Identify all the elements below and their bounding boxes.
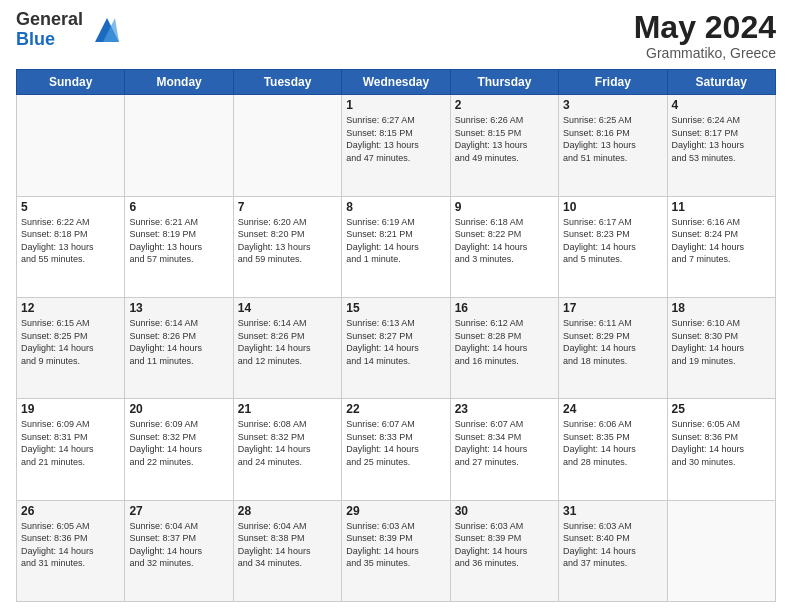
day-number: 3	[563, 98, 662, 112]
calendar-cell	[125, 95, 233, 196]
day-info: Sunrise: 6:22 AM Sunset: 8:18 PM Dayligh…	[21, 216, 120, 266]
calendar-cell: 16Sunrise: 6:12 AM Sunset: 8:28 PM Dayli…	[450, 297, 558, 398]
calendar-cell: 22Sunrise: 6:07 AM Sunset: 8:33 PM Dayli…	[342, 399, 450, 500]
day-info: Sunrise: 6:04 AM Sunset: 8:38 PM Dayligh…	[238, 520, 337, 570]
day-info: Sunrise: 6:20 AM Sunset: 8:20 PM Dayligh…	[238, 216, 337, 266]
calendar-week-row: 26Sunrise: 6:05 AM Sunset: 8:36 PM Dayli…	[17, 500, 776, 601]
calendar-cell: 20Sunrise: 6:09 AM Sunset: 8:32 PM Dayli…	[125, 399, 233, 500]
calendar-cell: 24Sunrise: 6:06 AM Sunset: 8:35 PM Dayli…	[559, 399, 667, 500]
day-info: Sunrise: 6:03 AM Sunset: 8:39 PM Dayligh…	[346, 520, 445, 570]
day-info: Sunrise: 6:21 AM Sunset: 8:19 PM Dayligh…	[129, 216, 228, 266]
calendar-cell	[667, 500, 775, 601]
weekday-header: Friday	[559, 70, 667, 95]
logo: General Blue	[16, 10, 119, 50]
day-info: Sunrise: 6:09 AM Sunset: 8:31 PM Dayligh…	[21, 418, 120, 468]
logo-blue: Blue	[16, 30, 83, 50]
day-info: Sunrise: 6:10 AM Sunset: 8:30 PM Dayligh…	[672, 317, 771, 367]
weekday-header: Saturday	[667, 70, 775, 95]
weekday-header: Monday	[125, 70, 233, 95]
calendar-cell: 30Sunrise: 6:03 AM Sunset: 8:39 PM Dayli…	[450, 500, 558, 601]
logo-general: General	[16, 10, 83, 30]
calendar-week-row: 1Sunrise: 6:27 AM Sunset: 8:15 PM Daylig…	[17, 95, 776, 196]
day-number: 26	[21, 504, 120, 518]
day-number: 1	[346, 98, 445, 112]
day-number: 12	[21, 301, 120, 315]
day-number: 25	[672, 402, 771, 416]
day-info: Sunrise: 6:08 AM Sunset: 8:32 PM Dayligh…	[238, 418, 337, 468]
day-number: 4	[672, 98, 771, 112]
day-number: 2	[455, 98, 554, 112]
day-number: 7	[238, 200, 337, 214]
calendar-cell: 2Sunrise: 6:26 AM Sunset: 8:15 PM Daylig…	[450, 95, 558, 196]
day-number: 23	[455, 402, 554, 416]
calendar-cell: 25Sunrise: 6:05 AM Sunset: 8:36 PM Dayli…	[667, 399, 775, 500]
day-info: Sunrise: 6:25 AM Sunset: 8:16 PM Dayligh…	[563, 114, 662, 164]
day-number: 10	[563, 200, 662, 214]
weekday-header: Sunday	[17, 70, 125, 95]
calendar-cell: 6Sunrise: 6:21 AM Sunset: 8:19 PM Daylig…	[125, 196, 233, 297]
day-info: Sunrise: 6:07 AM Sunset: 8:34 PM Dayligh…	[455, 418, 554, 468]
calendar-cell: 10Sunrise: 6:17 AM Sunset: 8:23 PM Dayli…	[559, 196, 667, 297]
day-info: Sunrise: 6:03 AM Sunset: 8:39 PM Dayligh…	[455, 520, 554, 570]
calendar-cell: 23Sunrise: 6:07 AM Sunset: 8:34 PM Dayli…	[450, 399, 558, 500]
day-number: 30	[455, 504, 554, 518]
day-number: 19	[21, 402, 120, 416]
calendar-header-row: SundayMondayTuesdayWednesdayThursdayFrid…	[17, 70, 776, 95]
day-info: Sunrise: 6:24 AM Sunset: 8:17 PM Dayligh…	[672, 114, 771, 164]
day-number: 24	[563, 402, 662, 416]
calendar-cell: 13Sunrise: 6:14 AM Sunset: 8:26 PM Dayli…	[125, 297, 233, 398]
calendar-cell: 7Sunrise: 6:20 AM Sunset: 8:20 PM Daylig…	[233, 196, 341, 297]
day-info: Sunrise: 6:19 AM Sunset: 8:21 PM Dayligh…	[346, 216, 445, 266]
calendar-cell: 8Sunrise: 6:19 AM Sunset: 8:21 PM Daylig…	[342, 196, 450, 297]
page: General Blue May 2024 Grammatiko, Greece…	[0, 0, 792, 612]
calendar-cell: 4Sunrise: 6:24 AM Sunset: 8:17 PM Daylig…	[667, 95, 775, 196]
day-info: Sunrise: 6:12 AM Sunset: 8:28 PM Dayligh…	[455, 317, 554, 367]
calendar-cell: 3Sunrise: 6:25 AM Sunset: 8:16 PM Daylig…	[559, 95, 667, 196]
day-number: 13	[129, 301, 228, 315]
day-info: Sunrise: 6:06 AM Sunset: 8:35 PM Dayligh…	[563, 418, 662, 468]
day-info: Sunrise: 6:27 AM Sunset: 8:15 PM Dayligh…	[346, 114, 445, 164]
day-info: Sunrise: 6:07 AM Sunset: 8:33 PM Dayligh…	[346, 418, 445, 468]
calendar-cell: 19Sunrise: 6:09 AM Sunset: 8:31 PM Dayli…	[17, 399, 125, 500]
day-info: Sunrise: 6:11 AM Sunset: 8:29 PM Dayligh…	[563, 317, 662, 367]
day-info: Sunrise: 6:18 AM Sunset: 8:22 PM Dayligh…	[455, 216, 554, 266]
calendar-cell: 17Sunrise: 6:11 AM Sunset: 8:29 PM Dayli…	[559, 297, 667, 398]
day-info: Sunrise: 6:26 AM Sunset: 8:15 PM Dayligh…	[455, 114, 554, 164]
day-info: Sunrise: 6:05 AM Sunset: 8:36 PM Dayligh…	[21, 520, 120, 570]
day-info: Sunrise: 6:03 AM Sunset: 8:40 PM Dayligh…	[563, 520, 662, 570]
day-number: 20	[129, 402, 228, 416]
calendar-cell: 14Sunrise: 6:14 AM Sunset: 8:26 PM Dayli…	[233, 297, 341, 398]
day-number: 31	[563, 504, 662, 518]
calendar-cell: 9Sunrise: 6:18 AM Sunset: 8:22 PM Daylig…	[450, 196, 558, 297]
logo-icon	[87, 14, 119, 46]
day-number: 5	[21, 200, 120, 214]
day-number: 15	[346, 301, 445, 315]
calendar-table: SundayMondayTuesdayWednesdayThursdayFrid…	[16, 69, 776, 602]
day-number: 9	[455, 200, 554, 214]
calendar-cell: 5Sunrise: 6:22 AM Sunset: 8:18 PM Daylig…	[17, 196, 125, 297]
day-number: 8	[346, 200, 445, 214]
day-info: Sunrise: 6:04 AM Sunset: 8:37 PM Dayligh…	[129, 520, 228, 570]
logo-text: General Blue	[16, 10, 83, 50]
calendar-cell: 28Sunrise: 6:04 AM Sunset: 8:38 PM Dayli…	[233, 500, 341, 601]
calendar-cell: 31Sunrise: 6:03 AM Sunset: 8:40 PM Dayli…	[559, 500, 667, 601]
calendar-cell	[17, 95, 125, 196]
calendar-cell: 11Sunrise: 6:16 AM Sunset: 8:24 PM Dayli…	[667, 196, 775, 297]
day-info: Sunrise: 6:16 AM Sunset: 8:24 PM Dayligh…	[672, 216, 771, 266]
day-info: Sunrise: 6:09 AM Sunset: 8:32 PM Dayligh…	[129, 418, 228, 468]
calendar-week-row: 19Sunrise: 6:09 AM Sunset: 8:31 PM Dayli…	[17, 399, 776, 500]
day-number: 14	[238, 301, 337, 315]
calendar-cell: 26Sunrise: 6:05 AM Sunset: 8:36 PM Dayli…	[17, 500, 125, 601]
day-number: 22	[346, 402, 445, 416]
day-number: 27	[129, 504, 228, 518]
day-info: Sunrise: 6:15 AM Sunset: 8:25 PM Dayligh…	[21, 317, 120, 367]
day-number: 17	[563, 301, 662, 315]
day-number: 6	[129, 200, 228, 214]
calendar-cell: 15Sunrise: 6:13 AM Sunset: 8:27 PM Dayli…	[342, 297, 450, 398]
weekday-header: Wednesday	[342, 70, 450, 95]
calendar-cell: 1Sunrise: 6:27 AM Sunset: 8:15 PM Daylig…	[342, 95, 450, 196]
header: General Blue May 2024 Grammatiko, Greece	[16, 10, 776, 61]
day-number: 28	[238, 504, 337, 518]
calendar-cell: 18Sunrise: 6:10 AM Sunset: 8:30 PM Dayli…	[667, 297, 775, 398]
title-block: May 2024 Grammatiko, Greece	[634, 10, 776, 61]
